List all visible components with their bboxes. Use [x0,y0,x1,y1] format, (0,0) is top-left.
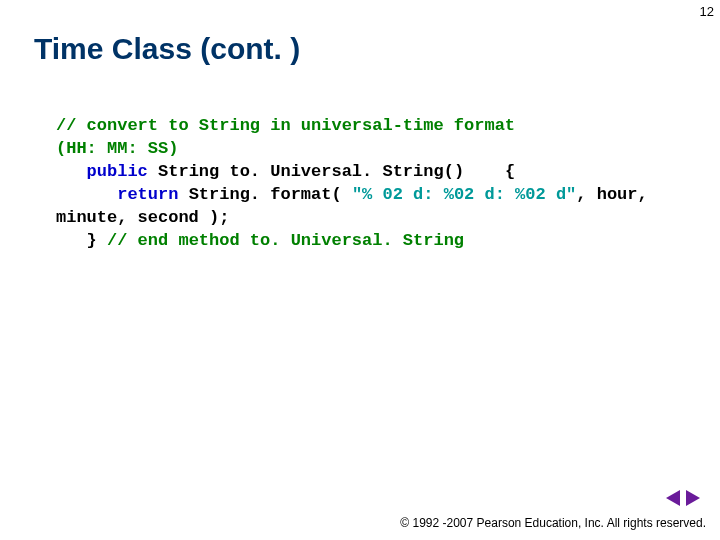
comment-text: // end method to. Universal. String [107,231,464,250]
page-number: 12 [700,4,714,19]
comment-text: (HH: MM: SS) [56,139,178,158]
next-arrow-icon[interactable] [686,490,700,506]
code-line-4: return String. format( "% 02 d: %02 d: %… [56,184,680,207]
slide: 12 Time Class (cont. ) // convert to Str… [0,0,720,540]
code-line-6: } // end method to. Universal. String [56,230,680,253]
slide-title: Time Class (cont. ) [34,32,300,66]
code-text: String. format( [178,185,351,204]
code-line-3: public String to. Universal. String() { [56,161,680,184]
comment-text: // convert to String in universal-time f… [56,116,515,135]
code-text: } [56,231,107,250]
code-line-2: (HH: MM: SS) [56,138,680,161]
nav-arrows [666,490,700,506]
code-line-1: // convert to String in universal-time f… [56,115,680,138]
code-text: String to. Universal. String() { [148,162,515,181]
copyright-footer: © 1992 -2007 Pearson Education, Inc. All… [400,516,706,530]
code-text: , hour, [576,185,647,204]
string-literal: "% 02 d: %02 d: %02 d" [352,185,576,204]
prev-arrow-icon[interactable] [666,490,680,506]
code-indent [56,185,117,204]
keyword: return [117,185,178,204]
keyword: public [87,162,148,181]
code-block: // convert to String in universal-time f… [56,115,680,253]
code-line-5: minute, second ); [56,207,680,230]
